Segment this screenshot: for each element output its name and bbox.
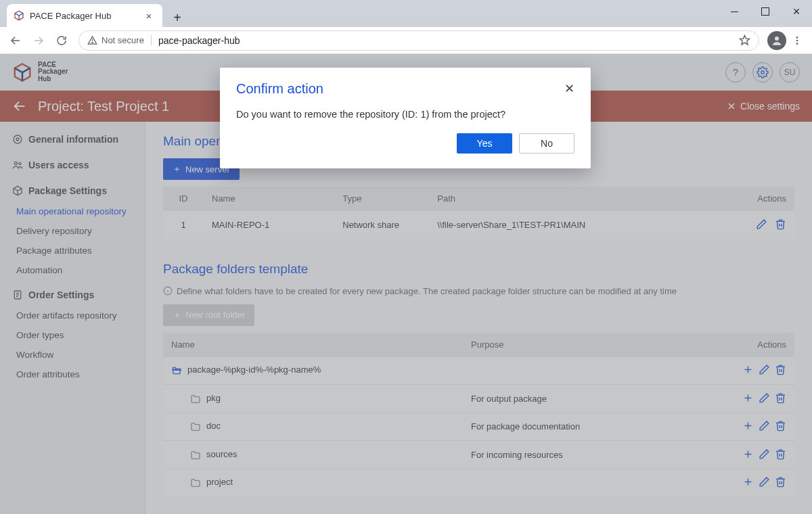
window-minimize-icon[interactable] xyxy=(719,0,750,23)
window-close-icon[interactable]: × xyxy=(781,0,812,23)
url-text: pace-packager-hub xyxy=(158,35,240,46)
dialog-yes-button[interactable]: Yes xyxy=(457,133,512,154)
svg-point-5 xyxy=(92,42,93,43)
profile-avatar-icon[interactable] xyxy=(767,31,786,50)
svg-point-8 xyxy=(796,37,798,39)
not-secure-indicator: Not secure xyxy=(87,35,152,45)
confirm-dialog: Confirm action ✕ Do you want to remove t… xyxy=(220,68,591,168)
browser-tab[interactable]: PACE Packager Hub × xyxy=(7,4,162,27)
bookmark-star-icon[interactable] xyxy=(739,34,750,46)
new-tab-button[interactable]: + xyxy=(168,8,187,27)
svg-marker-6 xyxy=(740,35,749,44)
nav-reload-button[interactable] xyxy=(51,30,72,51)
close-tab-icon[interactable]: × xyxy=(143,10,154,21)
tab-title: PACE Packager Hub xyxy=(30,11,111,21)
dialog-title: Confirm action xyxy=(236,81,323,97)
nav-back-button[interactable] xyxy=(5,30,26,51)
nav-forward-button[interactable] xyxy=(28,30,49,51)
dialog-message: Do you want to remove the repository (ID… xyxy=(220,97,591,120)
svg-point-9 xyxy=(796,39,798,41)
window-maximize-icon[interactable] xyxy=(750,0,781,23)
browser-menu-icon[interactable] xyxy=(788,31,807,50)
dialog-no-button[interactable]: No xyxy=(519,133,574,154)
svg-point-7 xyxy=(775,37,779,41)
address-bar[interactable]: Not secure pace-packager-hub xyxy=(78,30,759,51)
favicon-icon xyxy=(14,10,24,21)
svg-point-10 xyxy=(796,43,798,45)
dialog-close-icon[interactable]: ✕ xyxy=(564,81,574,96)
